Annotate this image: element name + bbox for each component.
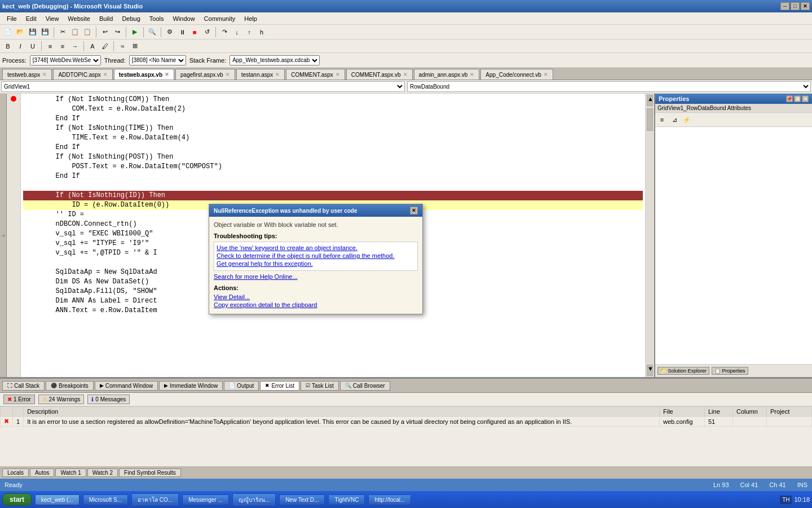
bgcolor-btn[interactable]: 🖊 (99, 41, 111, 52)
debug-tab-error-list[interactable]: ✖Error List (260, 381, 299, 391)
locals-tab-find-symbol-results[interactable]: Find Symbol Results (119, 468, 181, 477)
scroll-down[interactable]: ▼ (647, 365, 653, 376)
taskbar-item-messenger----[interactable]: Messenger ... (182, 494, 229, 505)
align-left[interactable]: ≡ (45, 41, 56, 52)
open-btn[interactable]: 📂 (15, 27, 26, 38)
tab-close[interactable]: ✕ (165, 72, 169, 77)
code-vscroll[interactable]: ▲ ▼ (645, 94, 654, 377)
tips-scroll[interactable]: Use the 'new' keyword to create an objec… (214, 242, 418, 271)
align-center[interactable]: ≡ (57, 41, 68, 52)
doc-tab-6[interactable]: COMMENT.aspx.vb✕ (346, 69, 413, 80)
error-filter-btn[interactable]: ✖ 1 Error (3, 395, 35, 404)
stack-select[interactable]: App_Web_testweb.aspx.cdcab (230, 55, 320, 65)
scroll-thumb[interactable] (647, 108, 653, 131)
taskbar-item-http---local---[interactable]: http://local... (368, 494, 411, 505)
debug-tab-immediate-window[interactable]: ▶Immediate Window (159, 381, 223, 391)
process-select[interactable]: [3748] WebDev.WebSe (30, 55, 101, 65)
tip-2[interactable]: Check to determine if the object is null… (217, 252, 415, 259)
tab-close[interactable]: ✕ (226, 72, 230, 77)
menu-item-website[interactable]: Website (63, 14, 95, 23)
left-sidebar-handle[interactable]: T (0, 94, 7, 377)
debug-tab-output[interactable]: 📄Output (224, 381, 259, 391)
menu-item-debug[interactable]: Debug (117, 14, 144, 23)
copy-exception-link[interactable]: Copy exception detail to the clipboard (214, 301, 418, 308)
doc-tab-1[interactable]: ADDTOPIC.aspx✕ (53, 69, 112, 80)
menu-item-community[interactable]: Community (200, 14, 240, 23)
taskbar-item-new-text-d---[interactable]: New Text D... (279, 494, 325, 505)
format-btn[interactable]: B (2, 41, 14, 52)
cut-btn[interactable]: ✂ (57, 27, 68, 38)
debug-tab-task-list[interactable]: ☑Task List (301, 381, 339, 391)
undo-btn[interactable]: ↩ (99, 27, 111, 38)
redo-btn[interactable]: ↪ (112, 27, 123, 38)
doc-tab-8[interactable]: App_Code/connect.vb✕ (480, 69, 553, 80)
taskbar-item-microsoft-s---[interactable]: Microsoft S... (83, 494, 128, 505)
style-btn[interactable]: ≈ (117, 41, 128, 52)
thread-select[interactable]: [3808] <No Name (129, 55, 186, 65)
menu-item-view[interactable]: View (41, 14, 64, 23)
doc-tab-7[interactable]: admin_ann.aspx.vb✕ (414, 69, 480, 80)
tab-close[interactable]: ✕ (544, 72, 548, 77)
close-button[interactable]: ✕ (801, 2, 810, 10)
paste-btn[interactable]: 📋 (82, 27, 93, 38)
properties-btn[interactable]: 📋 Properties (712, 367, 748, 375)
method-select[interactable]: RowDataBound (407, 81, 811, 92)
menu-item-window[interactable]: Window (168, 14, 199, 23)
debug-tab-breakpoints[interactable]: ⚫Breakpoints (46, 381, 94, 391)
taskbar-item-kect-web-----[interactable]: kect_web (... (35, 494, 80, 505)
taskbar-item--------co---[interactable]: อาคาโล CO... (131, 493, 179, 506)
locals-tab-watch-1[interactable]: Watch 1 (55, 468, 86, 477)
search-online-link[interactable]: Search for more Help Online... (214, 273, 418, 280)
tab-close[interactable]: ✕ (42, 72, 47, 77)
props-pin[interactable]: 📌 (786, 95, 793, 102)
props-events[interactable]: ⚡ (681, 114, 692, 125)
solution-explorer-btn[interactable]: 📁 Solution Explorer (657, 367, 709, 375)
attach-btn[interactable]: ⚙ (164, 27, 175, 38)
menu-item-help[interactable]: Help (240, 14, 262, 23)
break-all-btn[interactable]: ⏸ (176, 27, 188, 38)
doc-tab-2[interactable]: testweb.aspx.vb✕ (114, 69, 174, 80)
locals-tab-autos[interactable]: Autos (30, 468, 55, 477)
underline-btn[interactable]: U (27, 41, 38, 52)
step-out-btn[interactable]: ↑ (244, 27, 255, 38)
menu-item-file[interactable]: File (2, 14, 21, 23)
debug-tab-call-stack[interactable]: ⛶Call Stack (2, 381, 45, 391)
locals-tab-watch-2[interactable]: Watch 2 (87, 468, 118, 477)
stop-btn[interactable]: ■ (189, 27, 200, 38)
menu-item-tools[interactable]: Tools (145, 14, 169, 23)
doc-tab-5[interactable]: COMMENT.aspx✕ (286, 69, 345, 80)
props-float[interactable]: ⊞ (794, 95, 801, 102)
doc-tab-0[interactable]: testweb.aspx✕ (2, 69, 52, 80)
tab-close[interactable]: ✕ (103, 72, 108, 77)
error-close-button[interactable]: ✕ (410, 207, 418, 214)
doc-tab-4[interactable]: testann.aspx✕ (236, 69, 285, 80)
hex-btn[interactable]: h (256, 27, 267, 38)
menu-item-edit[interactable]: Edit (21, 14, 41, 23)
step-into-btn[interactable]: ↓ (231, 27, 242, 38)
doc-tab-3[interactable]: pagefirst.aspx.vb✕ (175, 69, 235, 80)
step-over-btn[interactable]: ↷ (219, 27, 230, 38)
tab-close[interactable]: ✕ (275, 72, 280, 77)
menu-item-build[interactable]: Build (95, 14, 117, 23)
props-alpha[interactable]: ⊿ (669, 114, 680, 125)
restart-btn[interactable]: ↺ (201, 27, 213, 38)
table-row[interactable]: ✖ 1 It is an error to use a section regi… (1, 417, 812, 427)
locals-tab-locals[interactable]: Locals (2, 468, 29, 477)
minimize-button[interactable]: ─ (780, 2, 789, 10)
tip-1[interactable]: Use the 'new' keyword to create an objec… (217, 244, 415, 251)
copy-btn[interactable]: 📋 (69, 27, 81, 38)
indent-btn[interactable]: → (69, 41, 81, 52)
color-btn[interactable]: A (87, 41, 98, 52)
props-categories[interactable]: ≡ (656, 114, 668, 125)
new-btn[interactable]: 📄 (2, 27, 14, 38)
save-btn[interactable]: 💾 (27, 27, 38, 38)
warnings-filter-btn[interactable]: ⚠ 24 Warnings (38, 395, 85, 404)
save-all-btn[interactable]: 💾 (39, 27, 51, 38)
tab-close[interactable]: ✕ (336, 72, 340, 77)
maximize-button[interactable]: □ (791, 2, 800, 10)
tab-close[interactable]: ✕ (403, 72, 408, 77)
scroll-track[interactable] (646, 107, 654, 364)
taskbar-item-tightvnc[interactable]: TightVNC (328, 494, 365, 505)
search-btn[interactable]: 🔍 (147, 27, 158, 38)
object-select[interactable]: GridView1 (1, 81, 405, 92)
